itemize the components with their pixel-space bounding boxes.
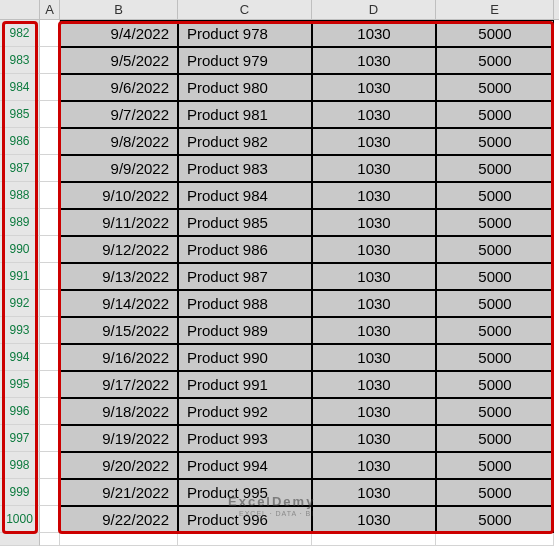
- cell-A[interactable]: [40, 506, 60, 533]
- row-header[interactable]: 991: [0, 263, 40, 290]
- cell-A[interactable]: [40, 425, 60, 452]
- cell-A[interactable]: [40, 182, 60, 209]
- cell-A[interactable]: [40, 47, 60, 74]
- cell-A[interactable]: [40, 74, 60, 101]
- row-header[interactable]: 983: [0, 47, 40, 74]
- cell-product[interactable]: Product 987: [178, 263, 312, 290]
- cell-value2[interactable]: 5000: [436, 371, 554, 398]
- cell-value1[interactable]: 1030: [312, 317, 436, 344]
- cell-value2[interactable]: 5000: [436, 290, 554, 317]
- cell-A[interactable]: [40, 155, 60, 182]
- cell-A[interactable]: [40, 236, 60, 263]
- select-all-corner[interactable]: [0, 0, 40, 19]
- cell-date[interactable]: 9/15/2022: [60, 317, 178, 344]
- cell-value1[interactable]: 1030: [312, 371, 436, 398]
- cell-value1[interactable]: 1030: [312, 290, 436, 317]
- cell-value1[interactable]: 1030: [312, 155, 436, 182]
- cell-value1[interactable]: 1030: [312, 209, 436, 236]
- row-header[interactable]: 988: [0, 182, 40, 209]
- cell-value1[interactable]: 1030: [312, 506, 436, 533]
- cell-product[interactable]: Product 986: [178, 236, 312, 263]
- col-header-D[interactable]: D: [312, 0, 436, 19]
- cell-value2[interactable]: 5000: [436, 236, 554, 263]
- cell-value1[interactable]: 1030: [312, 425, 436, 452]
- cell-date[interactable]: 9/9/2022: [60, 155, 178, 182]
- cell-date[interactable]: 9/8/2022: [60, 128, 178, 155]
- col-header-E[interactable]: E: [436, 0, 554, 19]
- cell-value1[interactable]: 1030: [312, 263, 436, 290]
- cell-product[interactable]: Product 992: [178, 398, 312, 425]
- cell-product[interactable]: Product 984: [178, 182, 312, 209]
- cell-date[interactable]: 9/14/2022: [60, 290, 178, 317]
- cell-date[interactable]: 9/4/2022: [60, 20, 178, 47]
- cell-product[interactable]: Product 995: [178, 479, 312, 506]
- cell-date[interactable]: 9/20/2022: [60, 452, 178, 479]
- cell-product[interactable]: Product 982: [178, 128, 312, 155]
- cell-value2[interactable]: 5000: [436, 128, 554, 155]
- cell-product[interactable]: Product 985: [178, 209, 312, 236]
- cell-B[interactable]: [60, 533, 178, 546]
- cell-date[interactable]: 9/10/2022: [60, 182, 178, 209]
- cell-product[interactable]: Product 991: [178, 371, 312, 398]
- cell-value1[interactable]: 1030: [312, 452, 436, 479]
- cell-A[interactable]: [40, 479, 60, 506]
- cell-product[interactable]: Product 980: [178, 74, 312, 101]
- cell-D[interactable]: [312, 533, 436, 546]
- cell-value2[interactable]: 5000: [436, 479, 554, 506]
- cell-date[interactable]: 9/5/2022: [60, 47, 178, 74]
- cell-value1[interactable]: 1030: [312, 398, 436, 425]
- cell-date[interactable]: 9/13/2022: [60, 263, 178, 290]
- cell-date[interactable]: 9/12/2022: [60, 236, 178, 263]
- cell-value1[interactable]: 1030: [312, 236, 436, 263]
- cell-product[interactable]: Product 989: [178, 317, 312, 344]
- cell-date[interactable]: 9/17/2022: [60, 371, 178, 398]
- cell-date[interactable]: 9/19/2022: [60, 425, 178, 452]
- cell-value1[interactable]: 1030: [312, 344, 436, 371]
- cell-value1[interactable]: 1030: [312, 182, 436, 209]
- cell-product[interactable]: Product 993: [178, 425, 312, 452]
- cell-A[interactable]: [40, 20, 60, 47]
- cell-value1[interactable]: 1030: [312, 20, 436, 47]
- cell-value1[interactable]: 1030: [312, 479, 436, 506]
- cell-date[interactable]: 9/11/2022: [60, 209, 178, 236]
- cell-date[interactable]: 9/16/2022: [60, 344, 178, 371]
- cell-value2[interactable]: 5000: [436, 47, 554, 74]
- cell-value2[interactable]: 5000: [436, 263, 554, 290]
- cell-value2[interactable]: 5000: [436, 74, 554, 101]
- row-header[interactable]: 994: [0, 344, 40, 371]
- row-header[interactable]: 985: [0, 101, 40, 128]
- cell-product[interactable]: Product 994: [178, 452, 312, 479]
- cell-A[interactable]: [40, 290, 60, 317]
- cell-value2[interactable]: 5000: [436, 506, 554, 533]
- row-header[interactable]: 997: [0, 425, 40, 452]
- cell-A[interactable]: [40, 128, 60, 155]
- row-header[interactable]: 1000: [0, 506, 40, 533]
- row-header[interactable]: 993: [0, 317, 40, 344]
- cell-value2[interactable]: 5000: [436, 155, 554, 182]
- cell-product[interactable]: Product 988: [178, 290, 312, 317]
- cell-A[interactable]: [40, 452, 60, 479]
- cell-A[interactable]: [40, 344, 60, 371]
- cell-product[interactable]: Product 990: [178, 344, 312, 371]
- cell-value1[interactable]: 1030: [312, 101, 436, 128]
- row-header[interactable]: 992: [0, 290, 40, 317]
- cell-value2[interactable]: 5000: [436, 452, 554, 479]
- row-header[interactable]: 984: [0, 74, 40, 101]
- cell-A[interactable]: [40, 398, 60, 425]
- row-header[interactable]: 986: [0, 128, 40, 155]
- cell-value2[interactable]: 5000: [436, 20, 554, 47]
- cell-product[interactable]: Product 981: [178, 101, 312, 128]
- cell-date[interactable]: 9/22/2022: [60, 506, 178, 533]
- cell-date[interactable]: 9/18/2022: [60, 398, 178, 425]
- cell-date[interactable]: 9/21/2022: [60, 479, 178, 506]
- cell-value2[interactable]: 5000: [436, 209, 554, 236]
- cell-date[interactable]: 9/6/2022: [60, 74, 178, 101]
- cell-E[interactable]: [436, 533, 554, 546]
- row-header[interactable]: 996: [0, 398, 40, 425]
- cell-product[interactable]: Product 979: [178, 47, 312, 74]
- row-header[interactable]: [0, 533, 40, 546]
- cell-product[interactable]: Product 996: [178, 506, 312, 533]
- cell-C[interactable]: [178, 533, 312, 546]
- cell-value2[interactable]: 5000: [436, 317, 554, 344]
- cell-A[interactable]: [40, 101, 60, 128]
